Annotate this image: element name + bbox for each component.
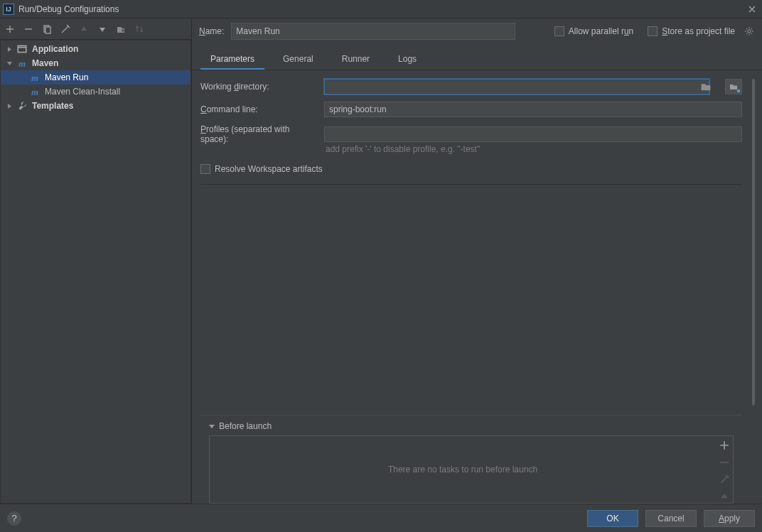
help-button[interactable]: ? xyxy=(7,511,21,526)
tree-label: Templates xyxy=(32,101,73,111)
checkbox-icon xyxy=(554,26,564,36)
title-bar: IJ Run/Debug Configurations xyxy=(0,0,762,18)
parameters-empty-area xyxy=(200,184,742,415)
before-remove-button xyxy=(719,457,729,467)
app-icon: IJ xyxy=(3,4,14,15)
tree-item-application[interactable]: Application xyxy=(1,42,190,56)
profiles-input[interactable] xyxy=(324,126,742,142)
working-directory-label: Working directory: xyxy=(200,82,316,92)
sidebar-toolbar xyxy=(0,18,191,40)
store-as-project-label: Store as project file xyxy=(662,26,735,36)
command-line-input[interactable] xyxy=(324,102,742,117)
name-label: Name: xyxy=(199,26,224,36)
profiles-hint: add prefix '-' to disable profile, e.g. … xyxy=(200,144,742,154)
maven-icon: m xyxy=(29,72,41,83)
triangle-down-icon xyxy=(209,425,215,428)
chevron-down-icon xyxy=(5,59,14,67)
tree-label: Maven Run xyxy=(45,72,88,82)
allow-parallel-checkbox[interactable]: Allow parallel run xyxy=(554,26,633,36)
tree-label: Maven Clean-Install xyxy=(45,87,120,97)
tab-bar: Parameters General Runner Logs xyxy=(192,40,762,70)
tree-item-maven-clean-install[interactable]: m Maven Clean-Install xyxy=(1,85,190,99)
before-launch-toggle[interactable]: Before launch xyxy=(209,421,734,431)
working-directory-input[interactable] xyxy=(324,79,709,94)
sidebar: Application m Maven m Maven Run m Maven … xyxy=(0,18,192,504)
before-up-button xyxy=(719,492,729,501)
checkbox-icon xyxy=(200,164,210,174)
cancel-button[interactable]: Cancel xyxy=(645,510,697,527)
window-title: Run/Debug Configurations xyxy=(18,4,746,14)
apply-button[interactable]: Apply xyxy=(704,510,755,527)
move-down-button[interactable] xyxy=(97,23,108,35)
application-icon xyxy=(16,43,28,55)
tab-parameters[interactable]: Parameters xyxy=(200,50,264,70)
store-as-project-checkbox[interactable]: Store as project file xyxy=(648,26,735,36)
profiles-label: Profiles (separated with space): xyxy=(200,124,316,144)
config-header: Name: Allow parallel run Store as projec… xyxy=(192,18,762,40)
tree-label: Maven xyxy=(32,58,58,68)
remove-config-button[interactable] xyxy=(23,23,34,35)
chevron-right-icon xyxy=(5,45,14,53)
resolve-workspace-label: Resolve Workspace artifacts xyxy=(215,164,323,174)
scrollbar[interactable] xyxy=(752,79,755,504)
tree-item-maven-run[interactable]: m Maven Run xyxy=(1,70,190,85)
before-launch-tools xyxy=(716,436,733,503)
svg-rect-1 xyxy=(45,27,50,33)
wrench-icon xyxy=(16,100,28,112)
config-name-input[interactable] xyxy=(231,23,515,40)
before-add-button[interactable] xyxy=(719,440,729,450)
before-launch-label: Before launch xyxy=(219,421,272,431)
maven-icon: m xyxy=(29,86,41,97)
tree-label: Application xyxy=(32,44,78,54)
allow-parallel-label: Allow parallel run xyxy=(569,26,633,36)
insert-macro-button[interactable] xyxy=(725,79,742,94)
before-edit-button xyxy=(719,474,729,484)
tree-item-maven[interactable]: m Maven xyxy=(1,56,190,70)
config-tree[interactable]: Application m Maven m Maven Run m Maven … xyxy=(0,40,191,504)
dialog-footer: ? OK Cancel Apply xyxy=(0,504,762,532)
tab-runner[interactable]: Runner xyxy=(332,50,380,70)
sort-button xyxy=(134,23,145,35)
before-launch-empty: There are no tasks to run before launch xyxy=(210,436,716,503)
resolve-workspace-checkbox[interactable]: Resolve Workspace artifacts xyxy=(200,164,323,174)
edit-defaults-button[interactable] xyxy=(60,23,71,35)
before-launch-list: There are no tasks to run before launch xyxy=(209,435,734,504)
copy-config-button[interactable] xyxy=(41,23,53,35)
svg-rect-2 xyxy=(18,45,26,52)
parameters-form: Working directory: Command line: Profile… xyxy=(192,70,751,504)
main-panel: Name: Allow parallel run Store as projec… xyxy=(192,18,762,504)
before-launch-section: Before launch There are no tasks to run … xyxy=(200,415,742,504)
tab-logs[interactable]: Logs xyxy=(388,50,426,70)
svg-point-3 xyxy=(748,30,751,33)
save-config-button[interactable] xyxy=(115,23,127,35)
checkbox-icon xyxy=(648,26,658,36)
add-config-button[interactable] xyxy=(4,23,16,35)
maven-icon: m xyxy=(16,58,28,69)
tab-general[interactable]: General xyxy=(273,50,323,70)
tree-item-templates[interactable]: Templates xyxy=(1,99,190,113)
command-line-label: Command line: xyxy=(200,104,316,114)
move-up-button xyxy=(78,23,90,35)
chevron-right-icon xyxy=(5,102,14,110)
gear-icon[interactable] xyxy=(744,26,755,37)
ok-button[interactable]: OK xyxy=(587,510,638,527)
close-button[interactable] xyxy=(746,4,758,15)
